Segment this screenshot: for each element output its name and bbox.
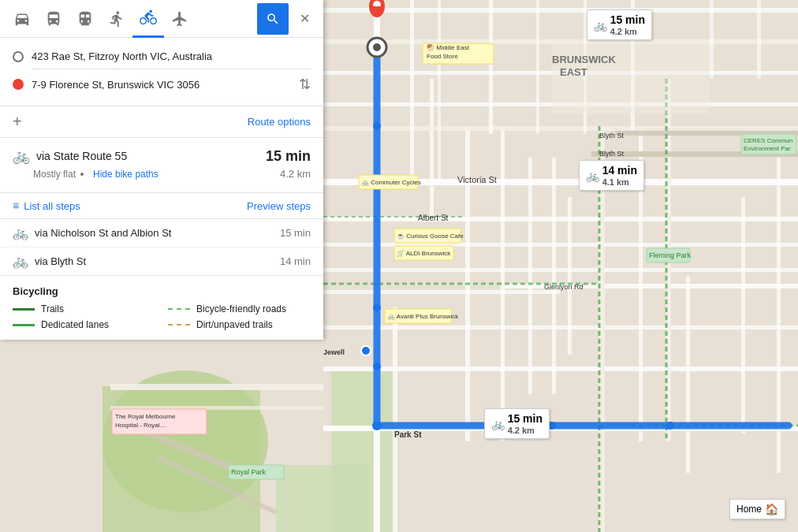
svg-rect-44 xyxy=(757,0,761,79)
svg-rect-38 xyxy=(438,0,441,181)
route-sub: Mostly flat Hide bike paths 4.2 km xyxy=(13,168,311,180)
svg-text:The Royal Melbourne: The Royal Melbourne xyxy=(115,413,176,420)
list-icon: ≡ xyxy=(13,199,19,212)
trails-line xyxy=(13,308,35,311)
transport-bar: ✕ xyxy=(0,0,323,38)
route-distance: 4.2 km xyxy=(280,168,311,180)
route-options-button[interactable]: Route options xyxy=(248,116,311,128)
svg-rect-9 xyxy=(323,290,560,294)
svg-point-53 xyxy=(373,122,381,130)
svg-point-59 xyxy=(666,422,674,430)
svg-point-61 xyxy=(373,43,381,51)
svg-rect-22 xyxy=(552,158,556,394)
swap-button[interactable]: ⇅ xyxy=(299,76,311,93)
svg-point-55 xyxy=(373,303,381,311)
alt-route-1[interactable]: 🚲 via Blyth St 14 min xyxy=(0,247,323,275)
svg-rect-20 xyxy=(430,79,434,221)
transport-train[interactable] xyxy=(69,0,101,38)
svg-rect-37 xyxy=(410,0,414,181)
svg-rect-28 xyxy=(741,197,745,433)
list-steps-button[interactable]: ≡ List all steps xyxy=(13,199,80,212)
home-label: Home xyxy=(736,504,762,515)
svg-text:🚲 Commuter Cycles: 🚲 Commuter Cycles xyxy=(361,178,421,186)
svg-text:Royal Park: Royal Park xyxy=(231,468,267,476)
route-badge-bot: 🚲 15 min 4.2 km xyxy=(484,408,550,439)
svg-point-57 xyxy=(372,421,382,430)
svg-rect-8 xyxy=(323,268,798,272)
home-icon: 🏠 xyxy=(765,503,778,515)
transport-plane[interactable] xyxy=(164,0,196,38)
transport-bike[interactable] xyxy=(132,0,164,38)
transport-bus[interactable] xyxy=(38,0,69,38)
alt-route-0[interactable]: 🚲 via Nicholson St and Albion St 15 min xyxy=(0,219,323,247)
flat-label: Mostly flat xyxy=(33,169,76,180)
trails-label: Trails xyxy=(41,303,64,314)
svg-rect-40 xyxy=(536,0,539,134)
svg-text:🥙 Middle East: 🥙 Middle East xyxy=(427,43,470,51)
svg-rect-39 xyxy=(489,0,493,134)
friendly-line xyxy=(168,308,190,310)
svg-rect-4 xyxy=(276,465,371,532)
svg-text:Food Store: Food Store xyxy=(427,53,458,60)
svg-text:Park St: Park St xyxy=(394,430,422,439)
legend-grid: Trails Bicycle-friendly roads Dedicated … xyxy=(13,303,311,330)
origin-text[interactable]: 423 Rae St, Fitzroy North VIC, Australia xyxy=(32,50,212,62)
svg-rect-27 xyxy=(686,276,690,473)
route-badge-top: 🚲 15 min 4.2 km xyxy=(587,9,652,40)
address-section: 423 Rae St, Fitzroy North VIC, Australia… xyxy=(0,38,323,106)
legend-trails: Trails xyxy=(13,303,155,314)
hide-paths-button[interactable]: Hide bike paths xyxy=(93,169,158,180)
svg-text:BRUNSWICK: BRUNSWICK xyxy=(552,54,616,65)
alt-route-label-1: via Blyth St xyxy=(35,255,280,267)
bicycling-legend: Bicycling Trails Bicycle-friendly roads … xyxy=(0,276,323,340)
transport-car[interactable] xyxy=(6,0,38,38)
svg-rect-43 xyxy=(710,0,714,79)
route-main: 🚲 via State Route 55 15 min xyxy=(13,147,311,165)
route-bike-icon: 🚲 xyxy=(13,147,30,165)
add-stop-button[interactable]: + xyxy=(13,113,22,131)
svg-text:Blyth St: Blyth St xyxy=(599,150,625,158)
destination-text[interactable]: 7-9 Florence St, Brunswick VIC 3056 xyxy=(32,79,200,91)
dirt-line xyxy=(168,324,190,326)
svg-rect-17 xyxy=(393,307,397,532)
bike-icon-3: 🚲 xyxy=(491,418,505,430)
svg-text:☕ Curious Goose Cafe: ☕ Curious Goose Cafe xyxy=(397,232,464,240)
alt-bike-icon-1: 🚲 xyxy=(13,254,28,269)
list-preview-bar: ≡ List all steps Preview steps xyxy=(0,193,323,219)
alt-route-time-0: 15 min xyxy=(280,227,311,239)
svg-text:Jewell: Jewell xyxy=(323,348,345,356)
svg-rect-25 xyxy=(568,197,572,355)
svg-rect-32 xyxy=(323,8,798,13)
svg-rect-14 xyxy=(110,384,323,390)
legend-dirt: Dirt/unpaved trails xyxy=(168,319,311,330)
route-result: 🚲 via State Route 55 15 min Mostly flat … xyxy=(0,138,323,193)
svg-text:Hospital - Royal...: Hospital - Royal... xyxy=(115,422,165,429)
alt-bike-icon-0: 🚲 xyxy=(13,225,28,240)
close-button[interactable]: ✕ xyxy=(292,6,317,32)
alt-route-time-1: 14 min xyxy=(280,255,311,267)
svg-text:🚲 Avanti Plus Brunswick: 🚲 Avanti Plus Brunswick xyxy=(387,312,459,320)
bike-icon-2: 🚲 xyxy=(586,169,599,182)
transport-walk[interactable] xyxy=(101,0,132,38)
alt-routes: 🚲 via Nicholson St and Albion St 15 min … xyxy=(0,219,323,276)
search-button[interactable] xyxy=(257,3,289,35)
destination-row: 7-9 Florence St, Brunswick VIC 3056 ⇅ xyxy=(13,71,311,98)
svg-point-83 xyxy=(361,346,371,355)
svg-rect-21 xyxy=(528,158,532,394)
list-steps-label[interactable]: List all steps xyxy=(24,200,80,212)
home-badge: Home 🏠 xyxy=(729,499,785,519)
svg-text:EAST: EAST xyxy=(560,66,587,78)
svg-text:Victoria St: Victoria St xyxy=(457,175,497,184)
svg-text:Albert St: Albert St xyxy=(418,214,449,222)
svg-rect-36 xyxy=(323,126,798,131)
dirt-label: Dirt/unpaved trails xyxy=(196,319,273,330)
svg-point-56 xyxy=(373,363,381,370)
route-badge-mid: 🚲 14 min 4.1 km xyxy=(579,160,644,191)
bike-icon: 🚲 xyxy=(594,19,607,32)
origin-dot xyxy=(13,51,24,62)
preview-steps-button[interactable]: Preview steps xyxy=(247,200,311,212)
sidebar: ✕ 423 Rae St, Fitzroy North VIC, Austral… xyxy=(0,0,323,340)
legend-dedicated: Dedicated lanes xyxy=(13,319,155,330)
address-divider xyxy=(32,69,311,69)
svg-text:Environment Par: Environment Par xyxy=(744,145,791,152)
